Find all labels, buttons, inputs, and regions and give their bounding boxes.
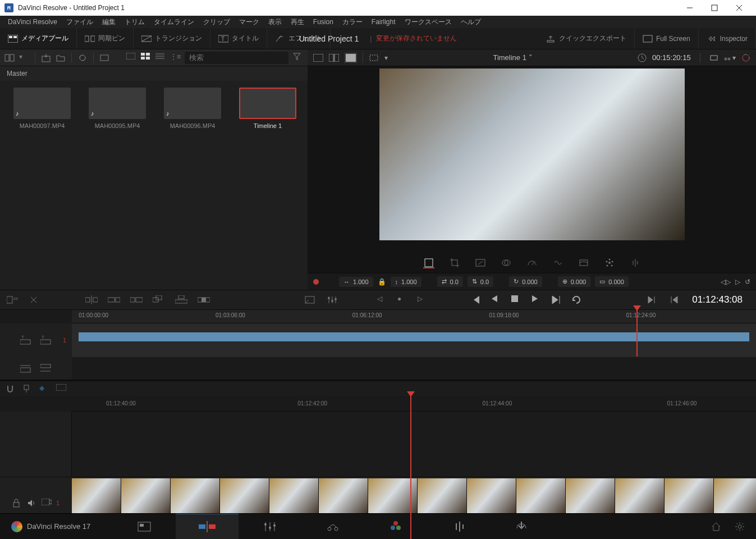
- menu-fusion[interactable]: Fusion: [310, 17, 337, 27]
- marker-icon[interactable]: [22, 384, 31, 393]
- detail-ruler[interactable]: 01:12:40:00 01:12:42:00 01:12:44:00 01:1…: [72, 396, 756, 412]
- ripple-icon[interactable]: [130, 295, 141, 304]
- track-header-icon-1[interactable]: T: [20, 335, 31, 345]
- flag-icon[interactable]: ◆: [39, 384, 48, 393]
- media-clip[interactable]: ♪MAH00097.MP4: [13, 88, 71, 129]
- detail-playhead[interactable]: [410, 396, 411, 539]
- place-on-top-icon[interactable]: [175, 295, 186, 304]
- audio-tool-icon[interactable]: [630, 257, 641, 268]
- rotation-input[interactable]: ↻ 0.000: [509, 276, 542, 287]
- bypass-icon[interactable]: [709, 53, 718, 62]
- page-color[interactable]: [364, 514, 427, 540]
- menu-file[interactable]: ファイル: [63, 16, 97, 28]
- maximize-button[interactable]: [702, 0, 727, 16]
- boring-detector-icon[interactable]: zz: [7, 295, 18, 304]
- sync-icon[interactable]: [77, 53, 88, 63]
- menu-color[interactable]: カラー: [339, 16, 366, 28]
- page-media[interactable]: [113, 514, 176, 540]
- search-input[interactable]: [185, 52, 288, 64]
- viewer-canvas[interactable]: [379, 68, 685, 240]
- page-fusion[interactable]: [301, 514, 364, 540]
- snap-icon[interactable]: [6, 384, 15, 393]
- next-icon[interactable]: [551, 295, 561, 305]
- options-icon[interactable]: ⁎⁎ ▾: [724, 54, 736, 62]
- view-thumb-icon[interactable]: [141, 53, 151, 63]
- zoom-width-input[interactable]: ↔ 1.000: [339, 277, 373, 287]
- view-strip-icon[interactable]: [126, 53, 136, 63]
- inspector-button[interactable]: Inspector: [699, 28, 756, 49]
- lock-icon[interactable]: 🔒: [378, 278, 386, 286]
- speed-icon[interactable]: [526, 257, 538, 268]
- chevron-down-icon[interactable]: ▾: [19, 53, 29, 63]
- menu-edit[interactable]: 編集: [99, 16, 119, 28]
- viewer-mode-3-icon[interactable]: [345, 53, 357, 63]
- go-start-icon[interactable]: [470, 295, 480, 305]
- anchor-x-input[interactable]: ⊕ 0.000: [558, 276, 591, 287]
- menu-view[interactable]: 表示: [265, 16, 285, 28]
- overview-clip[interactable]: [79, 332, 749, 341]
- color-tool-icon[interactable]: [604, 257, 615, 268]
- menu-trim[interactable]: トリム: [121, 16, 148, 28]
- record-indicator[interactable]: [313, 279, 319, 285]
- loop-icon[interactable]: [571, 295, 581, 305]
- menu-timeline[interactable]: タイムライン: [150, 16, 198, 28]
- composite-icon[interactable]: [501, 257, 512, 268]
- sync-bin-button[interactable]: 同期ビン: [77, 28, 134, 49]
- media-pool-button[interactable]: メディアプール: [0, 28, 77, 49]
- jog-left-icon[interactable]: ◁: [377, 295, 387, 305]
- quick-export-button[interactable]: クイックエクスポート: [538, 28, 635, 49]
- menu-mark[interactable]: マーク: [236, 16, 263, 28]
- current-timecode[interactable]: 01:12:43:08: [692, 294, 743, 305]
- media-clip[interactable]: ♪MAH00096.MP4: [164, 88, 221, 129]
- smart-insert-icon[interactable]: [85, 295, 97, 304]
- settings-icon[interactable]: [735, 522, 745, 532]
- crop-tool-icon[interactable]: [449, 257, 460, 268]
- close-button[interactable]: [727, 0, 752, 16]
- page-deliver[interactable]: [490, 514, 553, 540]
- media-clip-selected[interactable]: Timeline 1: [239, 88, 296, 129]
- bin-list-icon[interactable]: [4, 53, 15, 63]
- go-end-icon[interactable]: [647, 295, 658, 304]
- viewer-mode-2-icon[interactable]: [329, 54, 339, 62]
- title-button[interactable]: T タイトル: [210, 28, 267, 49]
- menu-help[interactable]: ヘルプ: [457, 16, 484, 28]
- mixer-icon[interactable]: [327, 295, 338, 304]
- viewer-mode-1-icon[interactable]: [313, 54, 323, 62]
- track-header-icon-3[interactable]: [20, 363, 31, 373]
- overview-playhead[interactable]: [636, 310, 638, 357]
- chevron-down-icon[interactable]: ▾: [384, 54, 388, 62]
- jog-right-icon[interactable]: ▷: [418, 295, 428, 305]
- home-icon[interactable]: [711, 522, 721, 532]
- mute-track-icon[interactable]: [27, 499, 36, 508]
- close-up-icon[interactable]: [153, 295, 164, 304]
- minimize-button[interactable]: [677, 0, 702, 16]
- split-icon[interactable]: [29, 295, 40, 304]
- timeline-name-dropdown[interactable]: Timeline 1 ˅: [493, 53, 532, 62]
- overview-ruler[interactable]: 01:00:00:00 01:03:06:00 01:06:12:00 01:0…: [72, 310, 756, 323]
- play-tool-icon[interactable]: ▷: [735, 278, 740, 286]
- pos-x-input[interactable]: ⇄ 0.0: [437, 276, 463, 287]
- tools-icon[interactable]: [304, 295, 315, 304]
- reset-icon[interactable]: ↺: [745, 278, 750, 286]
- lens-icon[interactable]: [578, 257, 589, 268]
- import-folder-icon[interactable]: [56, 53, 66, 63]
- go-first-icon[interactable]: [670, 295, 681, 304]
- resolution-icon[interactable]: [99, 53, 109, 63]
- video-track-icon[interactable]: [42, 499, 51, 508]
- menu-fairlight[interactable]: Fairlight: [368, 17, 399, 27]
- view-list-icon[interactable]: [155, 53, 166, 63]
- media-clip[interactable]: ♪MAH00095.MP4: [89, 88, 146, 129]
- menu-playback[interactable]: 再生: [287, 16, 308, 28]
- page-cut[interactable]: [176, 514, 239, 540]
- sort-icon[interactable]: ⋮≡: [170, 53, 180, 63]
- zoom-height-input[interactable]: ↕ 1.000: [391, 277, 421, 287]
- transition-button[interactable]: トランジション: [134, 28, 210, 49]
- filter-icon[interactable]: [293, 53, 303, 63]
- menu-clip[interactable]: クリップ: [200, 16, 233, 28]
- page-edit[interactable]: [239, 514, 301, 540]
- track-header-icon-2[interactable]: T: [40, 335, 52, 345]
- prev-icon[interactable]: [491, 295, 501, 305]
- master-bin-label[interactable]: Master: [0, 66, 308, 81]
- source-overwrite-icon[interactable]: [198, 295, 209, 304]
- append-icon[interactable]: [108, 295, 119, 304]
